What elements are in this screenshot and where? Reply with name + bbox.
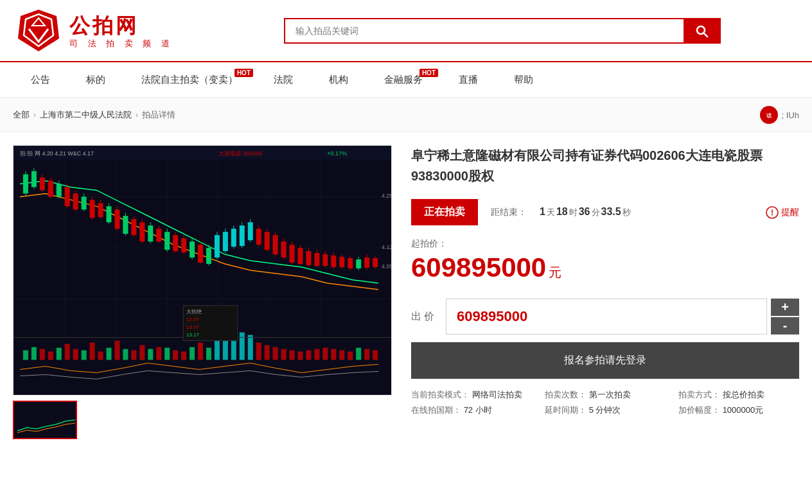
breadcrumb-court[interactable]: 上海市第二中级人民法院 [40, 109, 132, 121]
starting-price-label: 起拍价： [411, 238, 799, 250]
remind-button[interactable]: 提醒 [766, 206, 799, 219]
breadcrumb-sep-2: › [136, 110, 138, 119]
thumb-strip [13, 401, 392, 439]
info-col-3: 拍卖方式： 按总价拍卖 加价幅度： 1000000元 [678, 389, 799, 420]
bid-plus-button[interactable]: + [771, 299, 799, 316]
svg-rect-142 [356, 348, 361, 360]
chat-icon: 话 [764, 110, 773, 119]
thumb-chart [14, 402, 77, 439]
search-area [206, 18, 799, 44]
svg-rect-102 [23, 351, 28, 360]
auction-count-val: 第一次拍卖 [589, 390, 631, 399]
nav-item-announcement[interactable]: 公告 [13, 62, 68, 98]
header: 公拍网 司 法 拍 卖 频 道 [0, 0, 812, 62]
nav-item-live[interactable]: 直播 [441, 62, 496, 98]
hot-badge-court: HOT [234, 69, 253, 77]
svg-rect-107 [65, 344, 70, 360]
nav-item-institution[interactable]: 机构 [311, 62, 366, 98]
countdown-minutes: 36 [579, 206, 590, 218]
price-area: 起拍价： 609895000 元 [411, 238, 799, 283]
延时-row: 延时间期： 5 分钟次 [545, 404, 666, 416]
svg-rect-128 [240, 333, 245, 360]
svg-rect-109 [82, 351, 87, 360]
remind-label: 提醒 [781, 207, 799, 218]
加价幅度-val: 1000000元 [723, 405, 764, 415]
logo-icon [13, 6, 64, 55]
svg-rect-119 [164, 348, 170, 360]
countdown-label: 距结束： [491, 207, 527, 218]
product-title: 阜宁稀土意隆磁材有限公司持有证券代码002606大连电瓷股票93830000股权 [411, 145, 799, 186]
breadcrumb-right[interactable]: 话 ; IUh [760, 106, 799, 124]
logo-text: 公拍网 司 法 拍 卖 频 道 [69, 12, 173, 49]
login-button[interactable]: 报名参拍请先登录 [411, 342, 799, 379]
svg-rect-103 [31, 347, 37, 360]
svg-rect-115 [131, 351, 136, 360]
stock-chart: 4.25 4.12 4.05 大拒绝 12.97 13.07 13.17 拍 拍… [13, 145, 391, 395]
auction-mode-val: 网络司法拍卖 [472, 390, 522, 399]
countdown-hours-unit: 时 [569, 207, 578, 218]
info-col-1: 当前拍卖模式： 网络司法拍卖 在线拍国期： 72 小时 [411, 389, 532, 420]
nav-item-target[interactable]: 标的 [68, 62, 123, 98]
svg-rect-122 [190, 347, 195, 360]
breadcrumb-right-icon: 话 [760, 106, 778, 124]
nav-item-finance[interactable]: 金融服务 HOT [366, 62, 441, 98]
svg-text:13.07: 13.07 [186, 324, 200, 330]
search-input[interactable] [285, 19, 684, 42]
svg-rect-111 [98, 352, 103, 360]
svg-rect-120 [173, 351, 178, 360]
nav-item-court-auction[interactable]: 法院自主拍卖（变卖） HOT [123, 62, 256, 98]
image-section: 4.25 4.12 4.05 大拒绝 12.97 13.07 13.17 拍 拍… [13, 145, 392, 439]
加价幅度-row: 加价幅度： 1000000元 [678, 404, 799, 416]
auction-count-key: 拍卖次数： [545, 390, 587, 399]
svg-rect-139 [331, 349, 336, 360]
svg-rect-131 [265, 345, 270, 360]
auction-mode-row: 当前拍卖模式： 网络司法拍卖 [411, 389, 532, 401]
svg-rect-132 [273, 347, 278, 360]
bid-minus-button[interactable]: - [771, 317, 799, 335]
breadcrumb-right-text: ; IUh [782, 110, 799, 120]
breadcrumb-home[interactable]: 全部 [13, 109, 30, 121]
延时-key: 延时间期： [545, 405, 587, 415]
nav-item-help[interactable]: 帮助 [496, 62, 551, 98]
search-box [284, 18, 721, 44]
price-unit: 元 [549, 264, 561, 281]
svg-rect-123 [198, 343, 203, 360]
info-section: 阜宁稀土意隆磁材有限公司持有证券代码002606大连电瓷股票93830000股权… [411, 145, 799, 439]
svg-rect-116 [139, 345, 145, 360]
svg-rect-137 [314, 349, 319, 360]
svg-rect-104 [40, 349, 45, 360]
svg-rect-140 [339, 351, 344, 360]
auction-count-row: 拍卖次数： 第一次拍卖 [545, 389, 666, 401]
nav-item-court[interactable]: 法院 [256, 62, 311, 98]
online-period-key: 在线拍国期： [411, 405, 461, 415]
bid-input[interactable] [446, 299, 767, 335]
auction-mode-key: 当前拍卖模式： [411, 390, 470, 399]
auction-method-key: 拍卖方式： [678, 390, 720, 399]
auction-method-val: 按总价拍卖 [723, 390, 764, 399]
svg-rect-110 [90, 343, 95, 360]
logo-main-text: 公拍网 [69, 12, 173, 40]
logo-area: 公拍网 司 法 拍 卖 频 道 [13, 6, 206, 55]
svg-rect-106 [57, 348, 62, 360]
auction-method-row: 拍卖方式： 按总价拍卖 [678, 389, 799, 401]
main-content: 4.25 4.12 4.05 大拒绝 12.97 13.07 13.17 拍 拍… [0, 132, 812, 452]
countdown-minutes-unit: 分 [592, 207, 600, 218]
countdown: 1 天 18 时 36 分 33.5 秒 [540, 206, 631, 218]
countdown-hours: 18 [556, 206, 568, 218]
加价幅度-key: 加价幅度： [678, 405, 720, 415]
breadcrumb-current: 拍品详情 [142, 109, 175, 121]
svg-text:4.12: 4.12 [382, 244, 391, 250]
search-button[interactable] [684, 19, 719, 42]
svg-rect-114 [123, 349, 128, 360]
svg-rect-113 [114, 341, 119, 360]
svg-text:4.25: 4.25 [382, 193, 391, 199]
thumbnail-1[interactable] [13, 401, 77, 439]
svg-rect-108 [73, 349, 78, 360]
svg-text:大连电瓷  002606: 大连电瓷 002606 [218, 150, 262, 157]
info-col-2: 拍卖次数： 第一次拍卖 延时间期： 5 分钟次 [545, 389, 666, 420]
svg-rect-138 [322, 348, 328, 360]
svg-rect-135 [297, 352, 303, 360]
svg-rect-121 [181, 352, 186, 360]
online-period-row: 在线拍国期： 72 小时 [411, 404, 532, 416]
starting-price: 609895000 [411, 252, 546, 283]
